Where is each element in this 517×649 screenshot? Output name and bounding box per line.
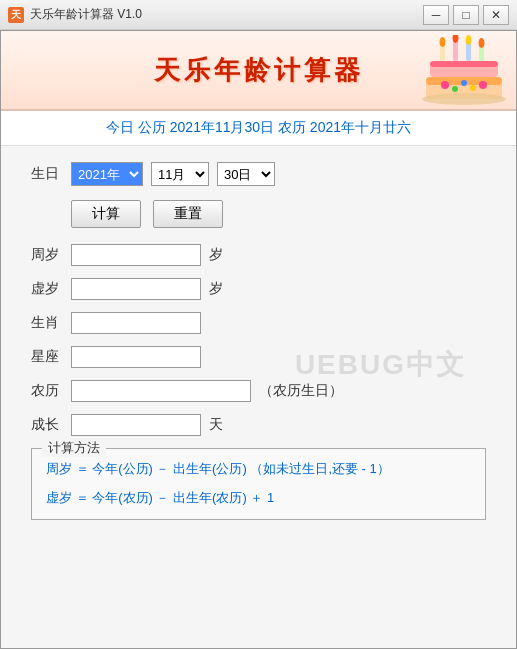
cake-decoration <box>420 35 508 110</box>
minimize-button[interactable]: ─ <box>423 5 449 25</box>
xuage-unit: 岁 <box>209 280 223 298</box>
xuage-row: 虚岁 岁 <box>31 278 486 300</box>
title-bar-text: 天乐年龄计算器 V1.0 <box>30 6 142 23</box>
method-box: 计算方法 周岁 ＝ 今年(公历) － 出生年(公历) （如未过生日,还要 - 1… <box>31 448 486 520</box>
chengzhang-row: 成长 天 <box>31 414 486 436</box>
chengzhang-input[interactable] <box>71 414 201 436</box>
app-title: 天乐年龄计算器 <box>154 53 364 88</box>
year-select[interactable]: 2021年 2020年 2019年 2018年 2000年 1990年 1980… <box>71 162 143 186</box>
zhouage-input[interactable] <box>71 244 201 266</box>
nongli-input[interactable] <box>71 380 251 402</box>
svg-point-15 <box>452 86 458 92</box>
xuage-label: 虚岁 <box>31 280 63 298</box>
today-date-text: 今日 公历 2021年11月30日 农历 2021年十月廿六 <box>106 119 411 135</box>
day-select[interactable]: 1日2日3日4日 5日6日7日8日 9日10日11日12日 13日14日15日1… <box>217 162 275 186</box>
title-bar-left: 天 天乐年龄计算器 V1.0 <box>8 6 142 23</box>
method-title: 计算方法 <box>42 439 106 457</box>
close-button[interactable]: ✕ <box>483 5 509 25</box>
xingzuo-label: 星座 <box>31 348 63 366</box>
method-line-1: 周岁 ＝ 今年(公历) － 出生年(公历) （如未过生日,还要 - 1） <box>46 459 471 480</box>
zhouage-row: 周岁 岁 <box>31 244 486 266</box>
svg-point-7 <box>479 38 485 48</box>
chengzhang-label: 成长 <box>31 416 63 434</box>
today-date-row: 今日 公历 2021年11月30日 农历 2021年十月廿六 <box>1 111 516 146</box>
nongli-label: 农历 <box>31 382 63 400</box>
title-bar: 天 天乐年龄计算器 V1.0 ─ □ ✕ <box>0 0 517 30</box>
svg-point-6 <box>466 35 472 45</box>
svg-point-4 <box>440 37 446 47</box>
month-select[interactable]: 1月2月3月4月 5月6月7月8月 9月10月11月12月 <box>151 162 209 186</box>
birthday-label: 生日 <box>31 165 63 183</box>
svg-point-16 <box>470 85 476 91</box>
svg-point-14 <box>479 81 487 89</box>
calc-button[interactable]: 计算 <box>71 200 141 228</box>
nongli-row: 农历 （农历生日） <box>31 380 486 402</box>
zhouage-label: 周岁 <box>31 246 63 264</box>
xingzuo-input[interactable] <box>71 346 201 368</box>
svg-point-13 <box>461 80 467 86</box>
xuage-input[interactable] <box>71 278 201 300</box>
shengxiao-label: 生肖 <box>31 314 63 332</box>
app-icon: 天 <box>8 7 24 23</box>
method-line-2: 虚岁 ＝ 今年(农历) － 出生年(农历) ＋ 1 <box>46 488 471 509</box>
zhouage-unit: 岁 <box>209 246 223 264</box>
svg-rect-9 <box>430 61 498 67</box>
shengxiao-row: 生肖 <box>31 312 486 334</box>
xingzuo-row: 星座 <box>31 346 486 368</box>
content-area: UEBUG中文 生日 2021年 2020年 2019年 2018年 2000年… <box>1 146 516 536</box>
main-window: 天乐年龄计算器 <box>0 30 517 649</box>
svg-point-12 <box>441 81 449 89</box>
shengxiao-input[interactable] <box>71 312 201 334</box>
birthday-row: 生日 2021年 2020年 2019年 2018年 2000年 1990年 1… <box>31 162 486 186</box>
button-row: 计算 重置 <box>31 200 486 228</box>
app-header: 天乐年龄计算器 <box>1 31 516 111</box>
svg-point-17 <box>422 93 506 105</box>
nongli-hint: （农历生日） <box>259 382 343 400</box>
title-bar-controls: ─ □ ✕ <box>423 5 509 25</box>
maximize-button[interactable]: □ <box>453 5 479 25</box>
chengzhang-unit: 天 <box>209 416 223 434</box>
reset-button[interactable]: 重置 <box>153 200 223 228</box>
